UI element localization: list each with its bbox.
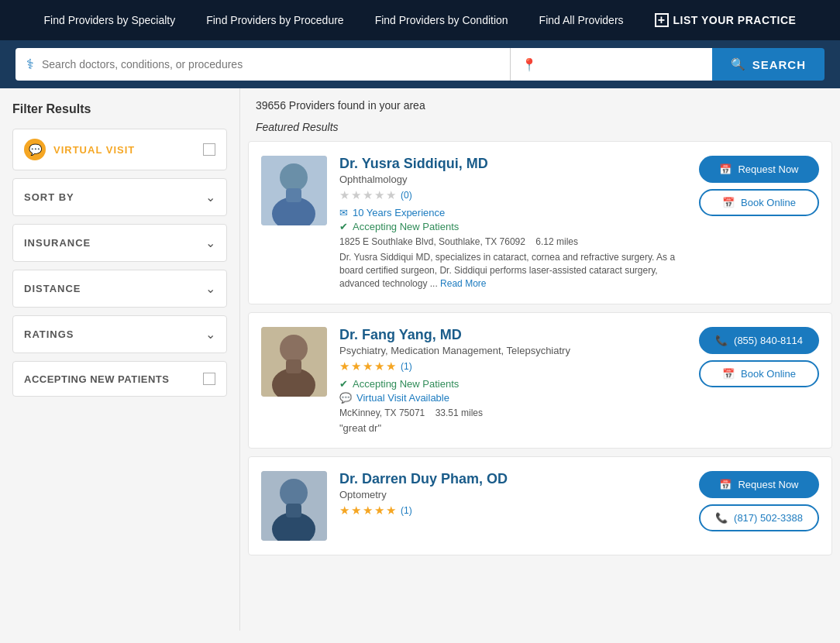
star-1: ★: [339, 188, 349, 202]
nav-all-providers[interactable]: Find All Providers: [539, 14, 624, 26]
request-now-button[interactable]: 📅 Request Now: [699, 156, 819, 183]
star-1: ★: [339, 359, 349, 373]
sort-by-filter[interactable]: SORT BY ⌄: [12, 178, 227, 216]
nav-condition[interactable]: Find Providers by Condition: [375, 14, 508, 26]
results-count: 39656 Providers found in your area: [240, 88, 840, 116]
provider-meta: ✔ Accepting New Patients 💬 Virtual Visit…: [339, 378, 683, 404]
provider-address: 1825 E Southlake Blvd, Southlake, TX 760…: [339, 236, 683, 247]
envelope-icon: ✉: [339, 207, 348, 218]
svg-rect-3: [286, 188, 301, 202]
phone-icon: 📞: [715, 512, 728, 524]
provider-bio: Dr. Yusra Siddiqui MD, specializes in ca…: [339, 251, 683, 290]
star-4: ★: [374, 504, 384, 517]
filter-title: Filter Results: [12, 102, 227, 116]
search-button[interactable]: 🔍 SEARCH: [712, 48, 825, 81]
call-phone-button[interactable]: 📞 (817) 502-3388: [699, 504, 819, 531]
provider-card: Dr. Darren Duy Pham, OD Optometry ★ ★ ★ …: [248, 456, 832, 555]
location-input[interactable]: Roanoke, TX 76262: [543, 58, 701, 70]
star-4: ★: [374, 188, 384, 202]
provider-info: Dr. Fang Yang, MD Psychiatry, Medication…: [339, 327, 683, 434]
virtual-visit-filter[interactable]: 💬 VIRTUAL VISIT: [12, 129, 227, 170]
featured-label: Featured Results: [240, 116, 840, 141]
provider-rating: ★ ★ ★ ★ ★ (1): [339, 504, 683, 517]
plus-icon: +: [655, 13, 669, 27]
star-4: ★: [374, 359, 384, 373]
provider-card: Dr. Yusra Siddiqui, MD Ophthalmology ★ ★…: [248, 141, 832, 304]
provider-specialty: Optometry: [339, 489, 683, 500]
chat-icon: 💬: [339, 392, 352, 404]
location-input-container: 📍 Roanoke, TX 76262: [511, 48, 712, 81]
provider-actions: 📅 Request Now 📞 (817) 502-3388: [695, 471, 819, 531]
search-icon: 🔍: [731, 57, 746, 71]
provider-card: Dr. Fang Yang, MD Psychiatry, Medication…: [248, 312, 832, 449]
distance-filter[interactable]: DISTANCE ⌄: [12, 270, 227, 308]
request-now-button[interactable]: 📅 Request Now: [699, 471, 819, 498]
book-online-button[interactable]: 📅 Book Online: [699, 360, 819, 387]
nav-procedure[interactable]: Find Providers by Procedure: [206, 14, 343, 26]
provider-name: Dr. Darren Duy Pham, OD: [339, 471, 683, 487]
main-layout: Filter Results 💬 VIRTUAL VISIT SORT BY ⌄…: [0, 88, 840, 631]
checkmark-icon: ✔: [339, 221, 348, 232]
star-2: ★: [351, 188, 361, 202]
svg-point-1: [280, 163, 308, 191]
virtual-meta: 💬 Virtual Visit Available: [339, 392, 683, 404]
provider-photo: [261, 156, 327, 225]
provider-specialty: Psychiatry, Medication Management, Telep…: [339, 345, 683, 356]
insurance-filter[interactable]: INSURANCE ⌄: [12, 224, 227, 262]
star-5: ★: [386, 359, 396, 373]
svg-point-5: [280, 335, 308, 363]
provider-rating: ★ ★ ★ ★ ★ (1): [339, 359, 683, 373]
star-3: ★: [363, 359, 373, 373]
star-2: ★: [351, 359, 361, 373]
call-phone-button[interactable]: 📞 (855) 840-8114: [699, 327, 819, 354]
search-bar: ⚕ 📍 Roanoke, TX 76262 🔍 SEARCH: [0, 40, 840, 88]
provider-actions: 📅 Request Now 📅 Book Online: [695, 156, 819, 216]
star-2: ★: [351, 504, 361, 517]
provider-address: McKinney, TX 75071 33.51 miles: [339, 407, 683, 418]
phone-icon: 📞: [715, 335, 728, 346]
virtual-icon: 💬: [24, 139, 46, 160]
accepting-meta: ✔ Accepting New Patients: [339, 221, 683, 232]
ratings-chevron-icon: ⌄: [205, 327, 215, 342]
ratings-filter[interactable]: RATINGS ⌄: [12, 315, 227, 353]
location-icon: 📍: [522, 57, 537, 72]
svg-point-9: [280, 479, 308, 507]
virtual-visit-label: 💬 VIRTUAL VISIT: [24, 139, 135, 160]
accepting-filter[interactable]: ACCEPTING NEW PATIENTS: [12, 361, 227, 397]
calendar-icon: 📅: [719, 479, 732, 490]
checkmark-icon: ✔: [339, 378, 348, 390]
star-3: ★: [363, 504, 373, 517]
results-area: 39656 Providers found in your area Featu…: [240, 88, 840, 563]
read-more-link[interactable]: Read More: [440, 278, 486, 289]
book-online-button[interactable]: 📅 Book Online: [699, 189, 819, 216]
review-count: (1): [401, 361, 412, 372]
calendar-outline-icon: 📅: [722, 368, 735, 380]
accepting-checkbox[interactable]: [203, 373, 215, 385]
sidebar-filters: Filter Results 💬 VIRTUAL VISIT SORT BY ⌄…: [0, 88, 240, 631]
search-input-container: ⚕: [15, 48, 511, 81]
provider-rating: ★ ★ ★ ★ ★ (0): [339, 188, 683, 202]
provider-name: Dr. Yusra Siddiqui, MD: [339, 156, 683, 172]
stethoscope-icon: ⚕: [26, 56, 34, 73]
star-1: ★: [339, 504, 349, 517]
provider-name: Dr. Fang Yang, MD: [339, 327, 683, 343]
experience-meta: ✉ 10 Years Experience: [339, 207, 683, 218]
svg-rect-7: [286, 359, 301, 373]
insurance-chevron-icon: ⌄: [205, 236, 215, 250]
accepting-meta: ✔ Accepting New Patients: [339, 378, 683, 390]
svg-rect-11: [286, 504, 301, 517]
provider-meta: ✉ 10 Years Experience ✔ Accepting New Pa…: [339, 207, 683, 232]
virtual-visit-checkbox[interactable]: [203, 143, 215, 156]
review-count: (1): [401, 505, 412, 516]
search-input[interactable]: [42, 58, 499, 70]
star-5: ★: [386, 188, 396, 202]
top-navigation: Find Providers by Specialty Find Provide…: [0, 0, 840, 40]
provider-info: Dr. Darren Duy Pham, OD Optometry ★ ★ ★ …: [339, 471, 683, 522]
provider-specialty: Ophthalmology: [339, 174, 683, 185]
provider-info: Dr. Yusra Siddiqui, MD Ophthalmology ★ ★…: [339, 156, 683, 290]
sort-chevron-icon: ⌄: [205, 190, 215, 205]
nav-specialty[interactable]: Find Providers by Specialty: [44, 14, 176, 26]
list-practice-button[interactable]: + LIST YOUR PRACTICE: [655, 13, 797, 27]
star-5: ★: [386, 504, 396, 517]
calendar-icon: 📅: [719, 163, 732, 175]
